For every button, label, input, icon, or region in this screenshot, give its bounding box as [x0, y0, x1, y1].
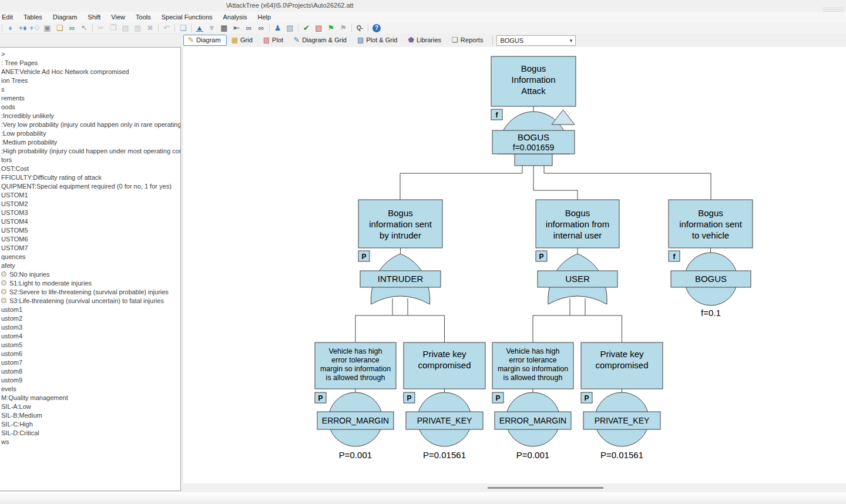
copy-diagram-icon[interactable]: ❏ [177, 23, 189, 33]
tree-item[interactable]: quences [0, 252, 180, 261]
tree-item[interactable]: :Incredibly unlikely [0, 111, 180, 120]
tree-item[interactable]: USTOM7 [0, 243, 180, 252]
tree-item[interactable]: SIL-C:High [0, 419, 180, 428]
tree-item[interactable]: OST:Cost [0, 164, 180, 173]
menu-help[interactable]: Help [253, 14, 277, 21]
new-attack-tree-icon[interactable]: ♦ [4, 23, 16, 33]
tree-item[interactable]: S2:Severe to life-threatening (survival … [0, 287, 180, 296]
tree-item[interactable]: S1:Light to moderate injuries [0, 278, 180, 287]
tree-item[interactable]: :Low probability [0, 129, 180, 137]
table-grid-icon[interactable]: ▦ [218, 23, 230, 33]
expand-down-icon[interactable]: ▼ [206, 23, 218, 33]
tree-item[interactable]: SIL-B:Medium [0, 411, 180, 419]
cut-icon[interactable]: ✂ [95, 23, 107, 33]
tree-item[interactable]: SIL-D:Critical [0, 428, 180, 437]
tree-item[interactable]: ustom5 [0, 340, 180, 349]
tree-item-label: QUIPMENT:Special equipment required (0 f… [1, 183, 172, 190]
tree-item[interactable]: ustom8 [0, 367, 180, 375]
tree-item[interactable]: afety [0, 261, 180, 270]
tree-item[interactable]: evels [0, 384, 180, 393]
pin-green-icon[interactable]: ⚑ [325, 23, 337, 33]
tree-item[interactable]: rements [0, 93, 180, 102]
tree-item[interactable]: > [0, 49, 180, 58]
find-prev-icon[interactable]: ∞ [255, 23, 267, 33]
tree-item-label: ion Trees [1, 77, 28, 84]
diagram-canvas[interactable]: Bogus Information Attack f BOGUS f=0.001… [183, 47, 846, 483]
tree-item[interactable]: USTOM4 [0, 217, 180, 226]
tree-item[interactable]: S0:No injuries [0, 270, 180, 278]
find-next-icon[interactable]: ∞ [243, 23, 255, 33]
tree-item[interactable]: :Medium probability [0, 137, 180, 146]
tree-item[interactable]: ustom1 [0, 305, 180, 314]
tree-item[interactable]: ustom2 [0, 314, 180, 322]
tree-item[interactable]: USTOM5 [0, 226, 180, 234]
pointer-icon[interactable]: ↖ [78, 23, 90, 33]
highlight-icon[interactable]: ♟ [271, 23, 284, 33]
project-tree-panel[interactable]: >: Tree PagesANET:Vehicle Ad Hoc Network… [0, 47, 181, 491]
menu-tables[interactable]: Tables [18, 14, 48, 21]
menu-view[interactable]: View [106, 14, 130, 21]
tree-item[interactable]: ws [0, 437, 180, 446]
horizontal-scrollbar-thumb[interactable] [488, 487, 603, 489]
tree-item[interactable]: ustom6 [0, 349, 180, 358]
tab-grid[interactable]: ▦Grid [227, 35, 258, 46]
tree-item[interactable]: tors [0, 155, 180, 164]
tree-item[interactable]: ustom4 [0, 331, 180, 340]
tree-item[interactable]: ion Trees [0, 76, 180, 85]
report-doc-icon[interactable]: ▤ [284, 23, 296, 33]
tree-item[interactable]: USTOM3 [0, 208, 180, 217]
tree-item[interactable]: ustom7 [0, 358, 180, 367]
delete-icon[interactable]: ✖ [144, 23, 156, 33]
menu-analysis[interactable]: Analysis [218, 14, 253, 21]
tree-item[interactable]: USTOM1 [0, 190, 180, 199]
tree-item[interactable]: SIL-A:Low [0, 402, 180, 411]
link-pages-icon[interactable]: ∞ [66, 23, 78, 33]
tree-selector[interactable]: BOGUS ▾ [496, 35, 576, 46]
menu-special-functions[interactable]: Special Functions [156, 14, 218, 21]
tree-item[interactable]: S3:Life-threatening (survival uncertain)… [0, 296, 180, 305]
tree-item[interactable]: ustom3 [0, 322, 180, 331]
tab-plot[interactable]: ▨Plot [258, 35, 289, 46]
fit-width-icon[interactable]: ⇤ [230, 23, 243, 33]
menu-tools[interactable]: Tools [130, 14, 156, 21]
tree-item[interactable]: FFICULTY:Difficulty rating of attack [0, 173, 180, 182]
tree-item[interactable]: oods [0, 102, 180, 111]
spelling-icon[interactable]: ✔ [300, 23, 313, 33]
pin-grey-icon[interactable]: ⚑ [337, 23, 350, 33]
image-icon[interactable]: ▣ [41, 23, 53, 33]
tree-item[interactable]: ustom9 [0, 375, 180, 384]
horizontal-scrollbar[interactable] [183, 483, 846, 492]
menu-shift[interactable]: Shift [82, 14, 106, 21]
copy-icon[interactable]: ❐ [107, 23, 119, 33]
menu-edit[interactable]: Edit [0, 14, 18, 21]
help-icon[interactable]: ? [372, 24, 381, 32]
page-copy-icon[interactable]: ❏ [53, 23, 66, 33]
tree-item[interactable]: USTOM6 [0, 234, 180, 243]
and-gate-stub[interactable] [515, 154, 552, 166]
menu-diagram[interactable]: Diagram [48, 14, 83, 21]
tree-item[interactable]: :High probability (injury could happen u… [0, 146, 180, 155]
undo-icon[interactable]: ↶ [160, 23, 173, 33]
tree-item[interactable]: s [0, 85, 180, 93]
paste-icon[interactable]: ▤ [119, 23, 132, 33]
error-margin-2-value: P=0.001 [516, 450, 549, 460]
tree-item[interactable]: QUIPMENT:Special equipment required (0 f… [0, 182, 180, 190]
transfer-triangle-icon[interactable] [552, 110, 575, 125]
tree-item[interactable]: : Tree Pages [0, 58, 180, 67]
add-tree-icon[interactable]: +♦ [16, 23, 29, 33]
paste-special-icon[interactable]: ▥ [132, 23, 144, 33]
tree-item[interactable]: M:Quality management [0, 393, 180, 402]
tree-item[interactable]: USTOM2 [0, 199, 180, 208]
verify-icon[interactable]: ▧ [313, 23, 325, 33]
tab-reports[interactable]: ❏Reports [447, 35, 489, 46]
query-icon[interactable]: Q- [354, 23, 366, 33]
eject-icon[interactable]: ▲ [193, 23, 206, 33]
tab-diagram-grid[interactable]: ✎Diagram & Grid [289, 35, 352, 46]
tree-item[interactable]: ANET:Vehicle Ad Hoc Network compromised [0, 67, 180, 76]
tree-item[interactable]: :Very low probability (injury could happ… [0, 120, 180, 129]
add-subtree-icon[interactable]: +♢ [29, 23, 41, 33]
tab-diagram[interactable]: ✎Diagram [183, 35, 227, 46]
tab-libraries[interactable]: ⬟Libraries [403, 35, 447, 46]
connector [544, 166, 711, 200]
tab-plot-grid[interactable]: ▧Plot & Grid [352, 35, 404, 46]
